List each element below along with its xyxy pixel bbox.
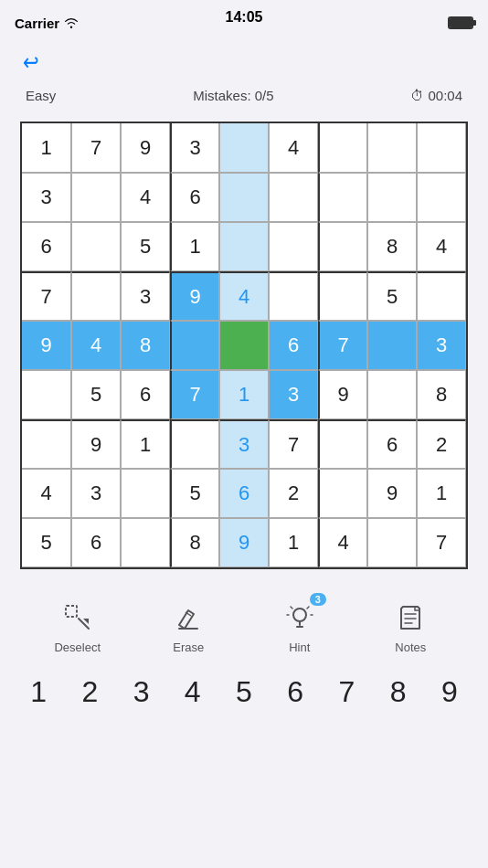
cell[interactable]: 3	[417, 321, 466, 370]
svg-rect-0	[66, 606, 77, 617]
num-btn-4[interactable]: 4	[172, 671, 214, 713]
cell[interactable]	[367, 321, 417, 370]
cell[interactable]: 4	[121, 173, 170, 222]
cell[interactable]: 3	[269, 370, 318, 419]
cell[interactable]: 7	[417, 518, 466, 567]
cell[interactable]: 9	[170, 271, 219, 321]
cell[interactable]: 6	[269, 321, 318, 370]
cell[interactable]: 6	[170, 173, 219, 222]
cell[interactable]: 3	[71, 469, 121, 518]
cell[interactable]: 5	[367, 271, 417, 321]
cell[interactable]	[219, 173, 269, 222]
cell[interactable]	[318, 173, 367, 222]
cell[interactable]: 4	[269, 123, 318, 173]
cell[interactable]: 9	[219, 518, 269, 567]
cell[interactable]	[269, 222, 318, 271]
num-btn-6[interactable]: 6	[274, 671, 316, 713]
cell[interactable]	[22, 419, 71, 469]
cell-value: 9	[90, 433, 101, 457]
sudoku-grid[interactable]: 1793434665184739459486735671398913762435…	[20, 122, 468, 569]
cell[interactable]	[318, 419, 367, 469]
cell[interactable]	[170, 321, 219, 370]
num-btn-2[interactable]: 2	[69, 671, 111, 713]
cell[interactable]: 3	[170, 123, 219, 173]
num-btn-1[interactable]: 1	[17, 671, 59, 713]
cell[interactable]: 2	[269, 469, 318, 518]
cell[interactable]	[22, 370, 71, 419]
hint-button[interactable]: 3 Hint	[272, 598, 327, 654]
cell[interactable]: 7	[269, 419, 318, 469]
num-btn-9[interactable]: 9	[429, 671, 471, 713]
cell[interactable]	[367, 173, 417, 222]
cell[interactable]: 4	[22, 469, 71, 518]
cell[interactable]	[269, 173, 318, 222]
cell[interactable]: 8	[170, 518, 219, 567]
cell[interactable]	[318, 123, 367, 173]
cell[interactable]: 1	[417, 469, 466, 518]
cell[interactable]	[219, 321, 269, 370]
cell[interactable]	[219, 123, 269, 173]
num-btn-3[interactable]: 3	[121, 671, 163, 713]
cell[interactable]: 1	[22, 123, 71, 173]
cell[interactable]: 7	[71, 123, 121, 173]
cell[interactable]: 9	[367, 469, 417, 518]
cell[interactable]: 1	[219, 370, 269, 419]
cell[interactable]	[367, 370, 417, 419]
cell[interactable]: 4	[318, 518, 367, 567]
cell[interactable]	[417, 123, 466, 173]
num-btn-5[interactable]: 5	[223, 671, 265, 713]
deselect-button[interactable]: Deselect	[50, 598, 105, 654]
cell[interactable]: 1	[121, 419, 170, 469]
cell[interactable]: 4	[219, 271, 269, 321]
cell[interactable]: 5	[71, 370, 121, 419]
back-button[interactable]: ↩	[15, 46, 48, 79]
cell[interactable]: 5	[121, 222, 170, 271]
cell[interactable]: 6	[367, 419, 417, 469]
cell[interactable]: 8	[121, 321, 170, 370]
cell[interactable]: 7	[170, 370, 219, 419]
cell[interactable]: 6	[71, 518, 121, 567]
cell[interactable]	[318, 271, 367, 321]
num-btn-7[interactable]: 7	[325, 671, 367, 713]
cell[interactable]: 8	[367, 222, 417, 271]
num-btn-8[interactable]: 8	[377, 671, 419, 713]
cell[interactable]: 3	[22, 173, 71, 222]
cell-value: 3	[189, 136, 200, 160]
cell[interactable]: 2	[417, 419, 466, 469]
cell[interactable]	[417, 271, 466, 321]
cell[interactable]	[367, 123, 417, 173]
erase-button[interactable]: Erase	[161, 598, 216, 654]
cell[interactable]	[71, 222, 121, 271]
cell[interactable]: 3	[121, 271, 170, 321]
cell-value: 1	[140, 433, 151, 457]
cell[interactable]: 6	[22, 222, 71, 271]
cell[interactable]: 4	[417, 222, 466, 271]
cell[interactable]	[219, 222, 269, 271]
notes-button[interactable]: Notes	[383, 598, 438, 654]
cell[interactable]	[269, 271, 318, 321]
cell[interactable]: 1	[170, 222, 219, 271]
cell[interactable]	[121, 518, 170, 567]
cell[interactable]	[318, 222, 367, 271]
cell[interactable]: 6	[121, 370, 170, 419]
cell[interactable]	[417, 173, 466, 222]
cell[interactable]: 5	[170, 469, 219, 518]
cell[interactable]: 6	[219, 469, 269, 518]
cell[interactable]: 9	[121, 123, 170, 173]
cell[interactable]: 8	[417, 370, 466, 419]
cell[interactable]: 9	[318, 370, 367, 419]
cell[interactable]: 9	[71, 419, 121, 469]
cell[interactable]	[71, 271, 121, 321]
cell[interactable]: 1	[269, 518, 318, 567]
cell[interactable]	[367, 518, 417, 567]
cell[interactable]	[121, 469, 170, 518]
cell[interactable]: 7	[318, 321, 367, 370]
cell[interactable]	[318, 469, 367, 518]
cell[interactable]	[170, 419, 219, 469]
cell[interactable]: 9	[22, 321, 71, 370]
cell[interactable]: 3	[219, 419, 269, 469]
cell[interactable]: 7	[22, 271, 71, 321]
cell[interactable]: 4	[71, 321, 121, 370]
cell[interactable]: 5	[22, 518, 71, 567]
cell[interactable]	[71, 173, 121, 222]
